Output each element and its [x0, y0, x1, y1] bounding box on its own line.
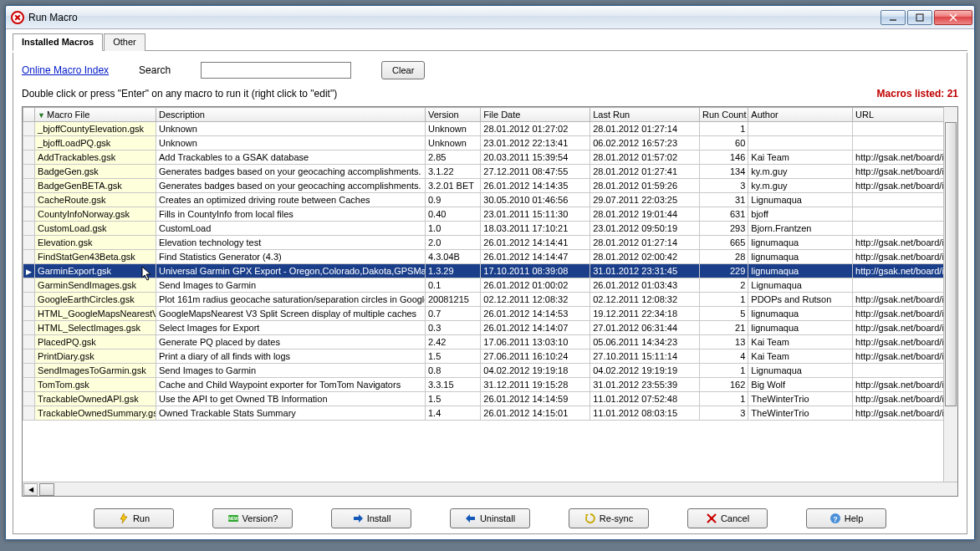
cell-desc: Generate PQ placed by dates — [156, 335, 425, 349]
cell-run-count: 665 — [699, 236, 748, 250]
svg-text:NEW: NEW — [228, 516, 238, 521]
table-row[interactable]: ▶GarminExport.gskUniversal Garmin GPX Ex… — [23, 264, 958, 278]
col-description[interactable]: Description — [156, 108, 425, 122]
cell-desc: Unknown — [156, 122, 425, 136]
cell-file: CacheRoute.gsk — [35, 193, 156, 207]
cell-last-run: 28.01.2012 02:00:42 — [590, 250, 700, 264]
table-row[interactable]: HTML_SelectImages.gskSelect Images for E… — [23, 321, 958, 335]
cell-run-count: 31 — [699, 193, 748, 207]
cell-desc: CustomLoad — [156, 222, 425, 236]
cell-desc: Fills in CountyInfo from local files — [156, 207, 425, 222]
clear-button[interactable]: Clear — [381, 61, 425, 79]
title-bar[interactable]: Run Macro — [6, 6, 974, 29]
maximize-button[interactable] — [907, 10, 932, 25]
cell-run-count: 3 — [699, 406, 748, 421]
cell-desc: Send Images to Garmin — [156, 364, 425, 378]
cell-author: bjoff — [748, 207, 853, 222]
cell-version: 0.8 — [425, 364, 480, 378]
cell-url — [853, 193, 957, 207]
online-macro-index-link[interactable]: Online Macro Index — [22, 64, 109, 76]
search-input[interactable] — [201, 62, 351, 79]
cell-url: http://gsak.net/board/index — [853, 307, 957, 321]
help-button[interactable]: ?Help — [806, 508, 886, 528]
cell-url — [853, 222, 957, 236]
hscroll-thumb[interactable] — [39, 483, 54, 496]
cell-version: 1.0 — [425, 222, 480, 236]
table-row[interactable]: CacheRoute.gskCreates an optimized drivi… — [23, 193, 958, 207]
table-row[interactable]: BadgeGen.gskGenerates badges based on yo… — [23, 165, 958, 179]
table-row[interactable]: AddTrackables.gskAdd Trackables to a GSA… — [23, 151, 958, 165]
arrow-right-icon — [352, 513, 364, 524]
cell-url: http://gsak.net/board/index — [853, 165, 957, 179]
app-icon — [11, 11, 24, 24]
table-row[interactable]: HTML_GoogleMapsNearestVGoogleMapsNearest… — [23, 307, 958, 321]
col-run-count[interactable]: Run Count — [699, 108, 748, 122]
col-author[interactable]: Author — [748, 108, 853, 122]
run-button[interactable]: Run — [94, 508, 174, 528]
cell-author: Kai Team — [748, 349, 853, 364]
cell-last-run: 28.01.2012 01:27:41 — [590, 165, 700, 179]
table-row[interactable]: CountyInfoNorway.gskFills in CountyInfo … — [23, 207, 958, 222]
tab-installed-macros[interactable]: Installed Macros — [13, 33, 103, 51]
cell-file: CountyInfoNorway.gsk — [35, 207, 156, 222]
resync-button[interactable]: Re-sync — [569, 508, 649, 528]
cell-last-run: 04.02.2012 19:19:19 — [590, 364, 700, 378]
cell-url — [853, 122, 957, 136]
cell-author: Lignumaqua — [748, 364, 853, 378]
row-pointer-icon: ▶ — [26, 268, 32, 276]
cell-run-count: 2 — [699, 278, 748, 293]
cell-version: 0.7 — [425, 307, 480, 321]
col-version[interactable]: Version — [425, 108, 480, 122]
minimize-button[interactable] — [880, 10, 906, 25]
tab-other[interactable]: Other — [104, 33, 145, 51]
cell-last-run: 28.01.2012 01:57:02 — [590, 151, 700, 165]
cell-file-date: 17.06.2011 13:03:10 — [481, 335, 590, 349]
install-button[interactable]: Install — [331, 508, 411, 528]
cell-desc: Universal Garmin GPX Export - Oregon,Col… — [156, 264, 425, 278]
table-row[interactable]: BadgeGenBETA.gskGenerates badges based o… — [23, 179, 958, 193]
macro-table[interactable]: ▼Macro File Description Version File Dat… — [23, 107, 957, 421]
cell-version: 0.1 — [425, 278, 480, 293]
table-row[interactable]: FindStatGen43Beta.gskFind Statistics Gen… — [23, 250, 958, 264]
table-row[interactable]: SendImagesToGarmin.gskSend Images to Gar… — [23, 364, 958, 378]
col-macro-file[interactable]: ▼Macro File — [35, 108, 156, 122]
macro-grid: ▼Macro File Description Version File Dat… — [22, 106, 958, 497]
col-last-run[interactable]: Last Run — [590, 108, 700, 122]
cell-last-run: 27.01.2012 06:31:44 — [590, 321, 700, 335]
cell-url: http://gsak.net/board/index — [853, 378, 957, 392]
close-button[interactable] — [934, 10, 972, 25]
col-file-date[interactable]: File Date — [481, 108, 590, 122]
cell-version: 3.2.01 BET — [425, 179, 480, 193]
table-row[interactable]: PlacedPQ.gskGenerate PQ placed by dates2… — [23, 335, 958, 349]
vertical-scrollbar[interactable] — [943, 107, 957, 482]
horizontal-scrollbar[interactable]: ◀ — [23, 482, 957, 496]
cell-file-date: 31.12.2011 19:15:28 — [481, 378, 590, 392]
cell-file-date: 28.01.2012 01:27:02 — [481, 122, 590, 136]
cell-run-count: 134 — [699, 165, 748, 179]
table-row[interactable]: CustomLoad.gskCustomLoad1.018.03.2011 17… — [23, 222, 958, 236]
vscroll-thumb[interactable] — [945, 122, 957, 406]
uninstall-button[interactable]: Uninstall — [450, 508, 530, 528]
cell-file-date: 23.01.2011 15:11:30 — [481, 207, 590, 222]
table-row[interactable]: GarminSendImages.gskSend Images to Garmi… — [23, 278, 958, 293]
cell-file-date: 20.03.2011 15:39:54 — [481, 151, 590, 165]
table-header[interactable]: ▼Macro File Description Version File Dat… — [23, 108, 958, 122]
table-row[interactable]: _bjoffLoadPQ.gskUnknownUnknown23.01.2012… — [23, 136, 958, 151]
table-row[interactable]: PrintDiary.gskPrint a diary of all finds… — [23, 349, 958, 364]
hscroll-left-icon[interactable]: ◀ — [23, 483, 38, 496]
cell-run-count: 13 — [699, 335, 748, 349]
table-row[interactable]: TomTom.gskCache and Child Waypoint expor… — [23, 378, 958, 392]
cell-file: BadgeGenBETA.gsk — [35, 179, 156, 193]
table-row[interactable]: GoogleEarthCircles.gskPlot 161m radius g… — [23, 293, 958, 307]
cell-last-run: 28.01.2012 01:59:26 — [590, 179, 700, 193]
table-row[interactable]: Elevation.gskElevation technology test2.… — [23, 236, 958, 250]
cell-last-run: 27.10.2011 15:11:14 — [590, 349, 700, 364]
table-row[interactable]: _bjoffCountyElevation.gskUnknownUnknown2… — [23, 122, 958, 136]
version-button[interactable]: NEWVersion? — [212, 508, 293, 528]
cell-version: 2.0 — [425, 236, 480, 250]
table-row[interactable]: TrackableOwnedAPI.gskUse the API to get … — [23, 392, 958, 406]
cancel-button[interactable]: Cancel — [687, 508, 768, 528]
col-url[interactable]: URL — [853, 108, 957, 122]
cell-file: GarminExport.gsk — [35, 264, 156, 278]
table-row[interactable]: TrackableOwnedSummary.gsOwned Trackable … — [23, 406, 958, 421]
